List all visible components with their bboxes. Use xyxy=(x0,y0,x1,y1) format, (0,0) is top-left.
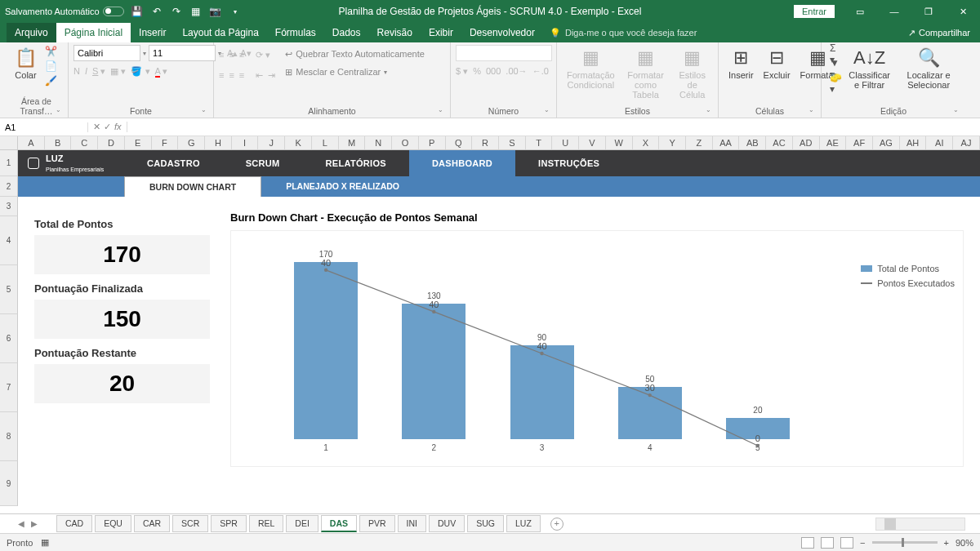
borders-button[interactable]: ▦ ▾ xyxy=(110,66,126,77)
decrease-indent-icon[interactable]: ⇤ xyxy=(256,70,263,81)
orientation-icon[interactable]: ⟳ ▾ xyxy=(256,50,270,60)
tab-home[interactable]: Página Inicial xyxy=(56,23,131,42)
col-header[interactable]: D xyxy=(98,136,125,149)
col-header[interactable]: C xyxy=(71,136,98,149)
col-header[interactable]: AI xyxy=(926,136,953,149)
cell-styles-button[interactable]: ▦ Estilos de Célula xyxy=(671,45,713,102)
col-header[interactable]: AJ xyxy=(953,136,980,149)
italic-button[interactable]: I xyxy=(85,66,87,76)
col-header[interactable]: N xyxy=(365,136,392,149)
row-header[interactable]: 5 xyxy=(0,265,18,314)
tell-me-search[interactable]: 💡 xyxy=(550,28,729,38)
macro-record-icon[interactable]: ▦ xyxy=(41,537,49,548)
close-icon[interactable]: ✕ xyxy=(946,0,980,23)
horizontal-scrollbar[interactable] xyxy=(875,518,965,531)
zoom-slider[interactable] xyxy=(872,541,938,544)
share-button[interactable]: ↗ Compartilhar xyxy=(908,28,970,38)
sheet-tab[interactable]: PVR xyxy=(359,515,395,532)
bold-button[interactable]: N xyxy=(74,66,80,76)
copy-icon[interactable]: 📄 xyxy=(45,60,57,73)
sub-nav-tab[interactable]: BURN DOWN CHART xyxy=(124,176,261,197)
chevron-down-icon[interactable]: ▾ xyxy=(143,50,146,57)
sheet-tab[interactable]: SPR xyxy=(211,515,247,532)
col-header[interactable]: Z xyxy=(686,136,713,149)
sheet-tab[interactable]: DAS xyxy=(321,515,357,532)
sub-nav-tab[interactable]: PLANEJADO X REALIZADO xyxy=(261,176,424,197)
col-header[interactable]: O xyxy=(392,136,419,149)
align-left-icon[interactable]: ≡ xyxy=(219,70,224,80)
sheet-tab[interactable]: CAR xyxy=(134,515,170,532)
col-header[interactable]: Y xyxy=(659,136,686,149)
page-break-view-icon[interactable] xyxy=(840,537,853,549)
row-header[interactable]: 8 xyxy=(0,412,18,461)
select-all-corner[interactable] xyxy=(0,136,18,150)
camera-icon[interactable]: 📷 xyxy=(209,5,222,18)
col-header[interactable]: AH xyxy=(900,136,927,149)
font-size-input[interactable] xyxy=(149,45,216,61)
sheet-nav-item[interactable]: DASHBOARD xyxy=(409,150,515,176)
col-header[interactable]: P xyxy=(419,136,446,149)
col-header[interactable]: J xyxy=(258,136,285,149)
paste-button[interactable]: 📋 Colar xyxy=(10,45,42,82)
tab-formulas[interactable]: Fórmulas xyxy=(267,23,324,42)
column-headers[interactable]: ABCDEFGHIJKLMNOPQRSTUVWXYZAAABACADAEAFAG… xyxy=(18,136,980,150)
format-as-table-button[interactable]: ▦ Formatar como Tabela xyxy=(620,45,672,102)
sheet-tab[interactable]: EQU xyxy=(95,515,131,532)
align-right-icon[interactable]: ≡ xyxy=(239,70,244,80)
sheet-tab[interactable]: SUG xyxy=(467,515,504,532)
comma-button[interactable]: 000 xyxy=(486,66,501,76)
ribbon-options-icon[interactable]: ▭ xyxy=(843,0,877,23)
conditional-formatting-button[interactable]: ▦ Formatação Condicional xyxy=(562,45,620,92)
col-header[interactable]: AG xyxy=(873,136,900,149)
row-headers[interactable]: 123456789 xyxy=(0,150,18,506)
sheet-tab[interactable]: DEI xyxy=(286,515,318,532)
row-header[interactable]: 2 xyxy=(0,176,18,197)
format-painter-icon[interactable]: 🖌️ xyxy=(45,74,57,87)
enter-formula-icon[interactable]: ✓ xyxy=(104,122,111,132)
col-header[interactable]: U xyxy=(552,136,579,149)
sheet-tab[interactable]: LUZ xyxy=(506,515,541,532)
col-header[interactable]: V xyxy=(579,136,606,149)
tab-file[interactable]: Arquivo xyxy=(7,23,56,42)
tab-view[interactable]: Exibir xyxy=(421,23,461,42)
cut-icon[interactable]: ✂️ xyxy=(45,45,57,58)
minimize-icon[interactable]: — xyxy=(877,0,911,23)
tell-me-input[interactable] xyxy=(565,28,712,38)
col-header[interactable]: F xyxy=(152,136,179,149)
col-header[interactable]: B xyxy=(45,136,72,149)
sheet-tab[interactable]: DUV xyxy=(429,515,465,532)
sheet-tab[interactable]: REL xyxy=(249,515,283,532)
autosave-toggle[interactable]: Salvamento Automático xyxy=(5,7,124,16)
col-header[interactable]: X xyxy=(633,136,660,149)
col-header[interactable]: AE xyxy=(820,136,847,149)
zoom-out-button[interactable]: − xyxy=(860,538,865,548)
col-header[interactable]: AC xyxy=(766,136,793,149)
row-header[interactable]: 9 xyxy=(0,461,18,506)
wrap-text-button[interactable]: ↩ Quebrar Texto Automaticamente xyxy=(285,45,425,63)
row-header[interactable]: 1 xyxy=(0,150,18,176)
tab-insert[interactable]: Inserir xyxy=(131,23,174,42)
percent-button[interactable]: % xyxy=(473,66,481,76)
col-header[interactable]: K xyxy=(285,136,312,149)
undo-icon[interactable]: ↶ xyxy=(150,5,163,18)
signin-button[interactable]: Entrar xyxy=(794,5,835,18)
currency-button[interactable]: $ ▾ xyxy=(456,66,468,77)
add-sheet-button[interactable]: + xyxy=(550,518,564,531)
align-middle-icon[interactable]: ≡ xyxy=(229,50,234,60)
page-layout-view-icon[interactable] xyxy=(821,537,834,549)
sheet-tab[interactable]: CAD xyxy=(56,515,92,532)
increase-indent-icon[interactable]: ⇥ xyxy=(268,70,275,81)
col-header[interactable]: S xyxy=(499,136,526,149)
sheet-tab[interactable]: INI xyxy=(398,515,426,532)
font-color-button[interactable]: A ▾ xyxy=(155,66,168,77)
col-header[interactable]: L xyxy=(312,136,339,149)
fill-color-button[interactable]: 🪣 ▾ xyxy=(131,66,149,77)
col-header[interactable]: AF xyxy=(846,136,873,149)
col-header[interactable]: W xyxy=(606,136,633,149)
row-header[interactable]: 3 xyxy=(0,197,18,216)
insert-cells-button[interactable]: ⊞ Inserir xyxy=(724,45,759,82)
font-name-input[interactable] xyxy=(74,45,140,61)
align-bottom-icon[interactable]: ≡ xyxy=(239,50,244,60)
col-header[interactable]: AD xyxy=(793,136,820,149)
sheet-nav-first-icon[interactable]: ◀ xyxy=(15,519,28,528)
